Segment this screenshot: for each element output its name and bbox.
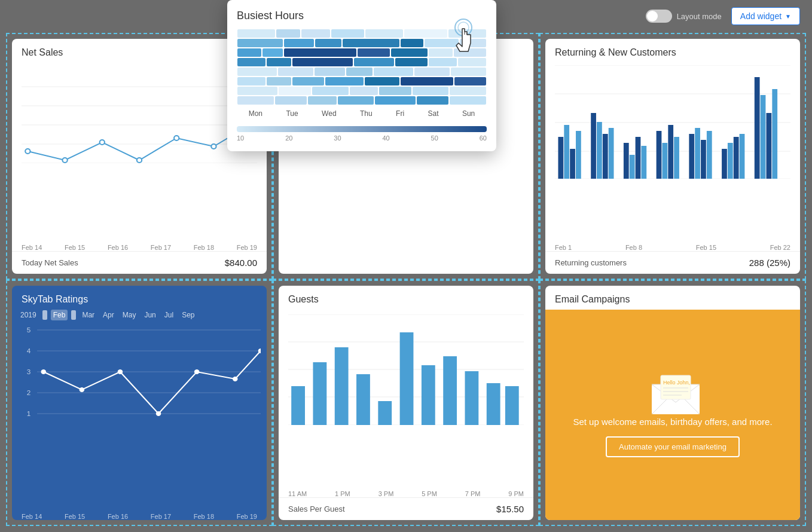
filter-feb[interactable]: Feb [51,310,68,320]
svg-rect-23 [603,134,608,179]
guests-footer: Sales Per Guest $15.50 [279,497,533,520]
skytab-card: SkyTab Ratings 2019 Feb Mar Apr May Jun … [12,286,267,521]
svg-rect-74 [443,356,457,425]
email-campaigns-title: Email Campaigns [545,286,800,310]
svg-text:4: 4 [27,347,31,354]
svg-rect-39 [734,137,739,179]
svg-rect-76 [487,383,500,425]
svg-rect-43 [767,113,772,179]
svg-point-58 [156,411,161,416]
svg-rect-25 [624,143,629,179]
svg-rect-21 [591,113,596,179]
svg-rect-17 [558,137,563,179]
net-sales-x-labels: Feb 14 Feb 15 Feb 16 Feb 17 Feb 18 Feb 1… [12,244,267,251]
busiest-hours-popup: Busiest Hours [227,0,496,151]
cursor-pointer-icon [445,17,478,61]
svg-point-59 [194,369,200,374]
layout-mode-toggle[interactable] [646,10,672,23]
filter-sep[interactable]: Sep [179,310,197,320]
svg-text:2: 2 [27,389,31,396]
email-envelope-icon: Hello John, [649,372,697,408]
svg-rect-41 [755,77,760,179]
svg-text:1: 1 [27,410,31,417]
heatmap-day-labels: Mon Tue Wed Thu Fri Sat Sun [237,106,487,121]
heatmap-row-8 [237,96,487,105]
svg-rect-34 [695,128,700,179]
email-campaigns-cell: Email Campaigns Hello [539,280,806,527]
heatmap-legend-bar [237,126,487,132]
svg-rect-68 [313,362,326,425]
svg-rect-67 [291,386,305,425]
svg-rect-82 [661,375,691,399]
svg-rect-69 [335,347,349,425]
skytab-title: SkyTab Ratings [12,286,267,310]
guests-cell: Guests [273,280,539,527]
svg-rect-24 [609,128,614,179]
svg-point-10 [211,144,216,149]
email-cta-button[interactable]: Automate your email marketing [606,436,740,457]
net-sales-footer-value: $840.00 [225,258,257,268]
svg-rect-70 [356,374,370,425]
filter-jul[interactable]: Jul [162,310,176,320]
svg-point-55 [41,369,46,374]
filter-jun[interactable]: Jun [142,310,158,320]
svg-rect-36 [707,131,712,179]
svg-rect-75 [465,371,479,425]
heatmap-legend-labels: 10 20 30 40 50 60 [237,134,487,142]
filter-2019[interactable]: 2019 [18,310,39,320]
add-widget-label: Add widget [740,11,782,21]
svg-rect-18 [564,125,569,179]
svg-rect-40 [740,134,745,179]
returning-footer-value: 288 (25%) [749,258,790,268]
net-sales-footer-label: Today Net Sales [22,258,78,267]
svg-rect-38 [728,143,733,179]
guests-x-labels: 11 AM 1 PM 3 PM 5 PM 7 PM 9 PM [279,490,533,497]
svg-rect-71 [378,401,392,425]
svg-point-60 [233,377,238,381]
svg-rect-29 [657,131,662,179]
filter-mar[interactable]: Mar [80,310,97,320]
filter-apr[interactable]: Apr [100,310,117,320]
svg-rect-19 [570,149,575,179]
svg-rect-32 [674,137,679,179]
svg-text:3: 3 [27,368,31,375]
svg-rect-31 [668,125,673,179]
svg-rect-35 [701,140,706,179]
svg-point-5 [25,149,30,154]
svg-rect-28 [641,146,646,179]
svg-rect-44 [772,89,777,179]
svg-point-56 [80,387,85,392]
add-widget-button[interactable]: Add widget ▼ [731,7,800,25]
returning-chart [545,63,800,244]
email-promo-section: Hello John, Set up welcome emails, birth… [545,310,800,521]
top-bar: Layout mode Add widget ▼ [634,0,812,32]
svg-text:Hello John,: Hello John, [663,380,690,386]
svg-rect-73 [422,365,435,425]
heatmap-row-5 [237,68,487,76]
guests-title: Guests [279,286,533,310]
email-campaigns-card: Email Campaigns Hello [545,286,800,521]
svg-point-9 [174,136,179,140]
svg-rect-22 [597,122,602,179]
guests-chart [279,310,533,491]
returning-footer: Returning customers 288 (25%) [545,251,800,274]
skytab-filter: 2019 Feb Mar Apr May Jun Jul Sep [12,310,267,324]
layout-mode-label: Layout mode [677,12,722,21]
skytab-x-labels: Feb 14 Feb 15 Feb 16 Feb 17 Feb 18 Feb 1… [12,513,267,520]
svg-rect-26 [630,155,635,179]
svg-rect-42 [761,95,766,179]
guests-footer-value: $15.50 [496,504,524,514]
filter-handle-left[interactable] [42,310,47,320]
returning-footer-label: Returning customers [555,258,627,267]
chevron-down-icon: ▼ [785,13,791,20]
email-promo-text: Set up welcome emails, birthday offers, … [573,415,772,429]
email-cta-label: Automate your email marketing [619,442,726,451]
returning-customers-card: Returning & New Customers [545,39,800,274]
svg-point-57 [118,369,123,374]
svg-rect-27 [636,137,641,179]
filter-may[interactable]: May [120,310,139,320]
filter-handle-right[interactable] [71,310,76,320]
svg-rect-77 [505,386,519,425]
returning-customers-title: Returning & New Customers [545,39,800,63]
svg-rect-37 [722,149,727,179]
